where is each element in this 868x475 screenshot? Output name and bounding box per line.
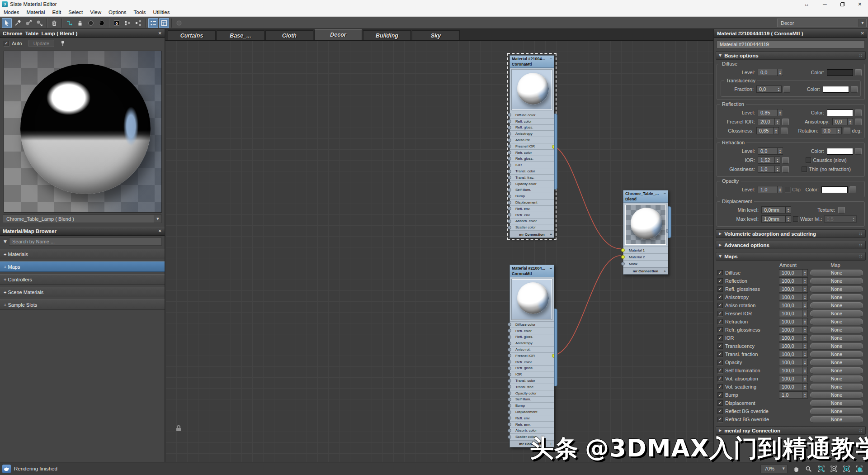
rotation-spinner[interactable]: 0,0▴▾ bbox=[821, 127, 842, 134]
node-slot-refl--color[interactable]: Refl. color bbox=[510, 119, 554, 125]
node-connection-wire[interactable] bbox=[555, 146, 621, 249]
spinner-arrows[interactable]: ▴▾ bbox=[776, 86, 781, 92]
slot-socket[interactable] bbox=[508, 335, 511, 339]
slot-socket[interactable] bbox=[508, 379, 511, 383]
slot-socket[interactable] bbox=[508, 385, 511, 389]
spinner-arrows[interactable]: ▴▾ bbox=[802, 351, 807, 357]
node-header[interactable]: Chrome_Table_...−Blend bbox=[623, 190, 668, 203]
background-toggle-button[interactable] bbox=[86, 18, 96, 28]
spinner-arrows[interactable]: ▴▾ bbox=[774, 119, 780, 125]
map-none-button[interactable]: None bbox=[810, 384, 863, 390]
slot-socket[interactable] bbox=[508, 157, 511, 161]
node-slot-displacement[interactable]: Displacement bbox=[510, 409, 554, 415]
zoom-extents-button[interactable] bbox=[830, 465, 838, 473]
menu-item-modes[interactable]: Modes bbox=[0, 8, 23, 16]
pick-material-eyedropper-button[interactable] bbox=[13, 18, 23, 28]
node-slot-self-illum-[interactable]: Self illum. bbox=[510, 397, 554, 403]
spinner-arrows[interactable]: ▴▾ bbox=[773, 128, 778, 134]
node-slot-transl--color[interactable]: Transl. color bbox=[510, 378, 554, 384]
node-slot-aniso-rot-[interactable]: Aniso rot. bbox=[510, 347, 554, 353]
node-slot-bump[interactable]: Bump bbox=[510, 403, 554, 409]
map-none-button[interactable]: None bbox=[810, 392, 863, 399]
node-slot-fresnel-ior[interactable]: Fresnel IOR bbox=[510, 353, 554, 359]
spinner-arrows[interactable]: ▴▾ bbox=[777, 148, 783, 154]
menu-item-edit[interactable]: Edit bbox=[48, 8, 65, 16]
map-enable-checkbox[interactable]: ✓ bbox=[717, 286, 723, 292]
refraction-glossiness-spinner[interactable]: 1,0▴▾ bbox=[758, 166, 780, 173]
node-slot-aniso-rot-[interactable]: Aniso rot. bbox=[510, 137, 554, 143]
node-slot-material-1[interactable]: Material 1 bbox=[623, 247, 668, 254]
parameter-window-toggle-button[interactable] bbox=[159, 18, 169, 28]
spinner-arrows[interactable]: ▴▾ bbox=[802, 278, 807, 284]
map-amount-spinner[interactable]: 100,0▴▾ bbox=[779, 310, 808, 317]
reflection-glossiness-map-button[interactable] bbox=[781, 128, 788, 134]
node-header[interactable]: Material #21004...−CoronaMtl bbox=[510, 56, 554, 68]
node-header[interactable]: Material #21004...−CoronaMtl bbox=[510, 265, 554, 277]
translucency-fraction-map-button[interactable] bbox=[783, 86, 790, 93]
node-slot-refl--env-[interactable]: Refl. env. bbox=[510, 415, 554, 422]
spinner-arrows[interactable]: ▴▾ bbox=[802, 367, 807, 374]
spinner-arrows[interactable]: ▴▾ bbox=[802, 392, 807, 398]
node-slot-anisotropy[interactable]: Anisotropy bbox=[510, 131, 554, 137]
rotation-map-button[interactable] bbox=[844, 128, 850, 134]
node-slot-transl--frac-[interactable]: Transl. frac. bbox=[510, 175, 554, 181]
displacement-texture-map-button[interactable] bbox=[838, 207, 845, 214]
refraction-level-spinner[interactable]: 0,0▴▾ bbox=[758, 147, 783, 155]
translucency-color-swatch[interactable] bbox=[823, 86, 849, 93]
diffuse-color-swatch[interactable] bbox=[827, 69, 853, 76]
search-input[interactable]: Search by Name ... bbox=[9, 238, 162, 246]
reflection-level-spinner[interactable]: 0,85▴▾ bbox=[758, 109, 783, 116]
slot-socket[interactable] bbox=[508, 329, 511, 332]
browser-item-materials[interactable]: + Materials bbox=[0, 249, 165, 259]
close-icon[interactable]: ✕ bbox=[158, 31, 162, 36]
spinner-arrows[interactable]: ▴▾ bbox=[802, 302, 807, 309]
slot-socket[interactable] bbox=[621, 262, 625, 266]
material-list-toggle-button[interactable] bbox=[148, 18, 158, 28]
pick-material-from-object-button[interactable] bbox=[24, 18, 33, 28]
map-enable-checkbox[interactable]: ✓ bbox=[717, 360, 723, 365]
map-enable-checkbox[interactable]: ✓ bbox=[717, 294, 723, 300]
node-slot-bump[interactable]: Bump bbox=[510, 193, 554, 200]
node-slot-transl--color[interactable]: Transl. color bbox=[510, 168, 554, 175]
spinner-arrows[interactable]: ▴▾ bbox=[802, 384, 807, 390]
slot-socket[interactable] bbox=[508, 113, 511, 117]
map-amount-spinner[interactable]: 100,0▴▾ bbox=[779, 269, 808, 276]
menu-item-view[interactable]: View bbox=[86, 8, 105, 16]
material-node-corona-1[interactable]: Material #21004...−CoronaMtlDiffuse colo… bbox=[509, 55, 554, 238]
view-selector-dropdown[interactable]: Decor ▼ bbox=[777, 19, 867, 27]
map-enable-checkbox[interactable]: ✓ bbox=[717, 368, 723, 373]
spinner-arrows[interactable]: ▴▾ bbox=[802, 327, 807, 333]
map-none-button[interactable]: None bbox=[810, 318, 863, 325]
slot-socket[interactable] bbox=[508, 373, 511, 376]
slot-socket[interactable] bbox=[508, 323, 511, 326]
reflection-glossiness-spinner[interactable]: 0,65▴▾ bbox=[756, 127, 779, 134]
node-slot-diffuse-color[interactable]: Diffuse color bbox=[510, 322, 554, 328]
map-enable-checkbox[interactable]: ✓ bbox=[717, 335, 723, 341]
node-side-panel-tab[interactable] bbox=[554, 114, 557, 190]
map-enable-checkbox[interactable]: ✓ bbox=[717, 311, 723, 316]
map-enable-checkbox[interactable]: ✓ bbox=[717, 343, 723, 349]
slot-socket[interactable] bbox=[508, 342, 511, 345]
water-level-checkbox[interactable] bbox=[793, 216, 798, 222]
refraction-ior-spinner[interactable]: 1,52▴▾ bbox=[758, 157, 780, 164]
map-amount-spinner[interactable]: 1,0▴▾ bbox=[779, 391, 808, 399]
rollout-maps[interactable]: ▼Maps∷ bbox=[716, 252, 866, 261]
slot-socket[interactable] bbox=[508, 213, 511, 217]
spinner-arrows[interactable]: ▴▾ bbox=[774, 157, 780, 163]
opacity-level-spinner[interactable]: 1,0▴▾ bbox=[758, 186, 783, 193]
diffuse-color-map-button[interactable] bbox=[855, 69, 862, 76]
node-slot-ior[interactable]: IOR bbox=[510, 371, 554, 378]
spinner-arrows[interactable]: ▴▾ bbox=[836, 128, 841, 134]
spinner-arrows[interactable]: ▴▾ bbox=[802, 359, 807, 366]
map-amount-spinner[interactable]: 100,0▴▾ bbox=[779, 383, 808, 390]
browser-item-controllers[interactable]: + Controllers bbox=[0, 274, 165, 285]
tab-sky[interactable]: Sky bbox=[412, 30, 460, 40]
node-slot-opacity-color[interactable]: Opacity color bbox=[510, 181, 554, 187]
map-amount-spinner[interactable]: 100,0▴▾ bbox=[779, 342, 808, 350]
map-amount-spinner[interactable]: 100,0▴▾ bbox=[779, 318, 808, 325]
map-enable-checkbox[interactable]: ✓ bbox=[717, 376, 723, 381]
layout-all-button[interactable] bbox=[123, 18, 132, 28]
map-none-button[interactable]: None bbox=[810, 367, 863, 374]
map-enable-checkbox[interactable]: ✓ bbox=[717, 270, 723, 276]
spinner-arrows[interactable]: ▴▾ bbox=[802, 343, 807, 349]
